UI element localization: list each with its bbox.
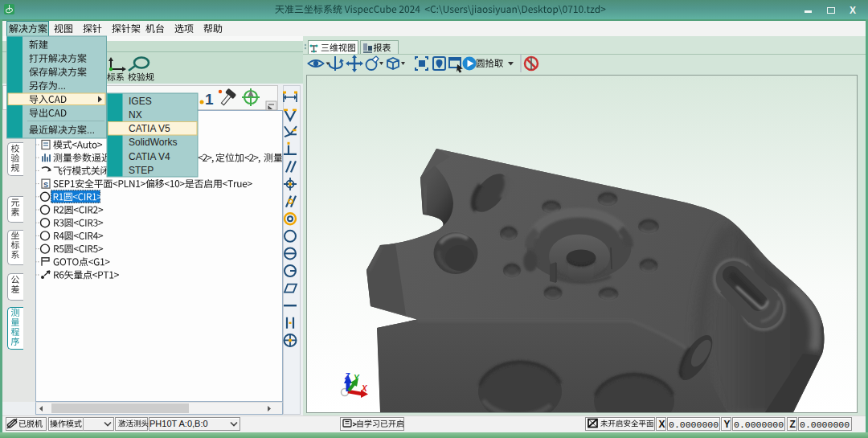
svg-text:STEP: STEP: [129, 165, 154, 176]
svg-text:X: X: [361, 384, 368, 393]
svg-text:0.0000000: 0.0000000: [734, 420, 784, 430]
svg-text:Y: Y: [354, 374, 360, 383]
svg-text:X: X: [659, 419, 665, 430]
svg-text:SolidWorks: SolidWorks: [129, 137, 177, 148]
svg-text:PH10T A:0,B:0: PH10T A:0,B:0: [149, 419, 208, 428]
svg-text:S: S: [43, 181, 48, 189]
svg-text:1: 1: [205, 91, 214, 108]
svg-text:0.0000000: 0.0000000: [800, 420, 850, 430]
svg-text:Z: Z: [344, 372, 350, 381]
svg-text:Z: Z: [790, 419, 796, 430]
svg-text:Y: Y: [724, 419, 731, 430]
svg-text:NX: NX: [129, 109, 142, 121]
svg-text:CATIA V5: CATIA V5: [129, 123, 170, 134]
svg-text:0.0000000: 0.0000000: [669, 420, 719, 430]
svg-text:CATIA V4: CATIA V4: [129, 151, 170, 162]
svg-text:IGES: IGES: [129, 96, 152, 107]
